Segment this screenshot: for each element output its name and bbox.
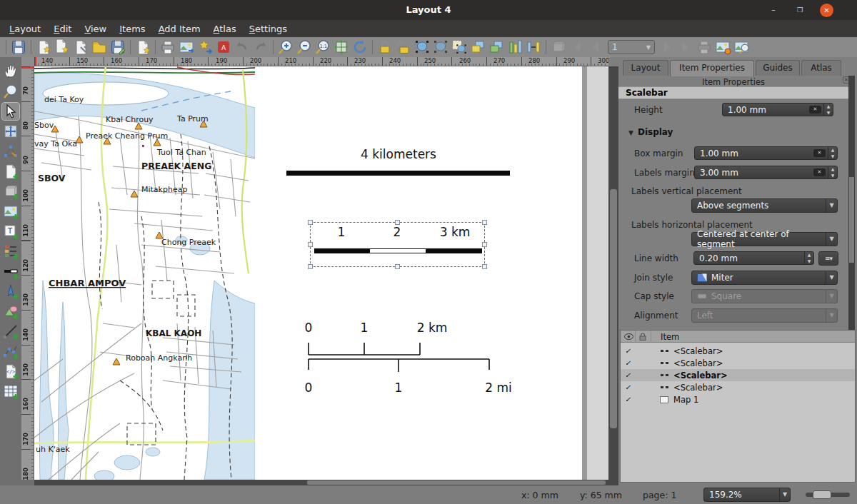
item-row[interactable]: <Scalebar> xyxy=(621,357,855,369)
lock-items-icon[interactable] xyxy=(376,39,394,56)
zoom-slider[interactable] xyxy=(806,493,850,497)
scalebar3-label[interactable]: 1 xyxy=(361,321,369,335)
spinner-icon[interactable] xyxy=(804,252,813,264)
maximize-button[interactable] xyxy=(793,4,806,16)
distribute-items-icon[interactable] xyxy=(525,39,542,56)
selection-handle[interactable] xyxy=(482,220,487,225)
duplicate-layout-icon[interactable] xyxy=(54,39,71,56)
labels-vertical-placement-select[interactable]: Above segments xyxy=(691,198,838,213)
item-row-selected[interactable]: <Scalebar> xyxy=(621,369,855,381)
clear-icon[interactable] xyxy=(813,168,826,176)
cap-style-select[interactable]: Square xyxy=(691,289,838,303)
add-label-icon[interactable]: T xyxy=(2,223,19,240)
item-row[interactable]: Map 1 xyxy=(621,393,855,405)
selection-handle[interactable] xyxy=(482,242,487,247)
atlas-first-icon[interactable] xyxy=(568,39,586,56)
line-width-input[interactable]: 0.20 mm xyxy=(693,251,814,265)
add-arrow-icon[interactable] xyxy=(2,323,19,340)
scalebar4-label[interactable]: 1 xyxy=(395,380,403,395)
undo-icon[interactable] xyxy=(234,39,251,56)
scalebar4-label[interactable]: 0 xyxy=(305,380,313,395)
menu-layout[interactable]: Layout xyxy=(3,21,47,36)
scrollbar-thumb[interactable] xyxy=(610,189,617,428)
tab-guides[interactable]: Guides xyxy=(756,60,800,76)
panel-scrollbar[interactable] xyxy=(848,76,855,361)
menu-items[interactable]: Items xyxy=(113,21,151,36)
add-items-from-template-icon[interactable] xyxy=(134,39,151,56)
lower-items-icon[interactable] xyxy=(488,39,505,56)
item-row[interactable]: <Scalebar> xyxy=(621,381,855,393)
atlas-next-icon[interactable] xyxy=(658,39,676,56)
save-icon[interactable] xyxy=(10,39,27,56)
deselect-all-icon[interactable] xyxy=(432,39,449,56)
alignment-select[interactable]: Left xyxy=(691,308,838,323)
scalebar1-bar[interactable] xyxy=(286,171,510,176)
clear-icon[interactable] xyxy=(809,106,821,114)
add-shape-icon[interactable] xyxy=(2,303,19,320)
selection-handle[interactable] xyxy=(308,264,313,269)
labels-margin-input[interactable]: 3.00 mm xyxy=(694,166,838,179)
print-icon[interactable] xyxy=(159,39,176,56)
save-template-icon[interactable] xyxy=(109,39,126,56)
add-picture-icon[interactable] xyxy=(2,203,19,220)
edit-nodes-tool-icon[interactable] xyxy=(2,143,19,160)
unlock-items-icon[interactable] xyxy=(395,39,412,56)
pan-tool-icon[interactable] xyxy=(2,63,19,80)
labels-horizontal-placement-select[interactable]: Centered at center of segment xyxy=(691,232,838,246)
zoom-in-icon[interactable] xyxy=(277,39,294,56)
zoom-full-icon[interactable] xyxy=(333,39,350,56)
scalebar-ticks[interactable] xyxy=(306,338,506,380)
invert-selection-icon[interactable] xyxy=(451,39,468,56)
selection-handle[interactable] xyxy=(395,220,400,225)
vertical-scrollbar[interactable] xyxy=(608,66,618,480)
scrollbar-thumb[interactable] xyxy=(307,480,606,485)
add-html-icon[interactable]: </> xyxy=(2,363,19,380)
visibility-check-icon[interactable] xyxy=(625,359,631,367)
display-group-header[interactable]: ▼Display xyxy=(628,127,673,137)
minimize-button[interactable] xyxy=(767,4,780,16)
preview-atlas-icon[interactable] xyxy=(733,39,750,56)
layout-canvas[interactable]: dei Ta Koy Sbov Kbal Chrouy Ta Prum Prea… xyxy=(34,66,608,480)
menu-edit[interactable]: Edit xyxy=(47,21,78,36)
scalebar2-selection[interactable] xyxy=(310,222,485,267)
menu-settings[interactable]: Settings xyxy=(243,21,294,36)
join-style-select[interactable]: Miter xyxy=(691,271,838,285)
scalebar3-label[interactable]: 0 xyxy=(305,321,313,335)
refresh-icon[interactable] xyxy=(351,39,369,56)
horizontal-scrollbar[interactable] xyxy=(34,480,608,485)
open-template-icon[interactable] xyxy=(91,39,108,56)
scalebar3-label[interactable]: 2 km xyxy=(417,321,448,335)
export-atlas-icon[interactable] xyxy=(714,39,731,56)
redo-icon[interactable] xyxy=(252,39,269,56)
select-all-icon[interactable] xyxy=(414,39,431,56)
layout-manager-icon[interactable] xyxy=(72,39,89,56)
menu-add-item[interactable]: Add Item xyxy=(152,21,207,36)
spinner-icon[interactable] xyxy=(823,104,833,116)
add-node-item-icon[interactable] xyxy=(2,343,19,360)
new-layout-icon[interactable] xyxy=(35,39,52,56)
add-scalebar-icon[interactable] xyxy=(2,263,19,280)
add-map-icon[interactable] xyxy=(2,163,19,180)
scalebar4-label[interactable]: 2 mi xyxy=(485,380,512,395)
add-north-arrow-icon[interactable] xyxy=(2,283,19,300)
clear-icon[interactable] xyxy=(813,149,826,157)
export-svg-icon[interactable] xyxy=(196,39,214,56)
slider-thumb[interactable] xyxy=(813,490,831,499)
data-defined-override-icon[interactable] xyxy=(818,251,838,266)
atlas-settings-icon[interactable] xyxy=(550,39,567,56)
menu-view[interactable]: View xyxy=(78,21,113,36)
add-legend-icon[interactable] xyxy=(2,243,19,260)
add-attribute-table-icon[interactable] xyxy=(2,383,19,400)
close-button[interactable] xyxy=(820,4,833,17)
item-row[interactable]: <Scalebar> xyxy=(621,345,855,357)
selection-handle[interactable] xyxy=(308,220,313,225)
scalebar1-label[interactable]: 4 kilometers xyxy=(361,147,436,161)
select-move-item-tool-icon[interactable] xyxy=(2,103,19,120)
spinner-icon[interactable] xyxy=(828,166,837,178)
menu-atlas[interactable]: Atlas xyxy=(207,21,243,36)
scrollbar-thumb[interactable] xyxy=(849,177,854,263)
print-atlas-icon[interactable] xyxy=(696,39,713,56)
selection-handle[interactable] xyxy=(395,264,400,269)
title-bar[interactable]: Layout 4 xyxy=(0,0,857,20)
move-item-content-tool-icon[interactable] xyxy=(2,123,19,140)
